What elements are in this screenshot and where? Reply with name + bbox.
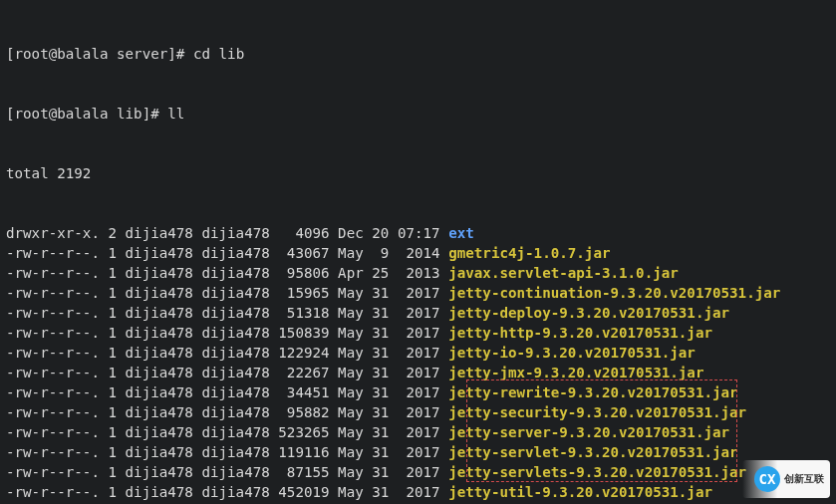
- file-row: -rw-r--r--. 1 dijia478 dijia478 43067 Ma…: [6, 243, 830, 263]
- file-row: drwxr-xr-x. 2 dijia478 dijia478 4096 Dec…: [6, 223, 830, 243]
- file-name: jetty-http-9.3.20.v20170531.jar: [448, 325, 712, 341]
- command-cd: cd lib: [193, 46, 244, 62]
- prompt: [root@balala server]#: [6, 46, 193, 62]
- file-name: javax.servlet-api-3.1.0.jar: [448, 265, 679, 281]
- logo-icon: CX: [754, 466, 780, 492]
- file-row: -rw-r--r--. 1 dijia478 dijia478 452019 M…: [6, 482, 830, 502]
- file-name: jetty-security-9.3.20.v20170531.jar: [448, 404, 746, 420]
- file-name: jetty-servlets-9.3.20.v20170531.jar: [448, 464, 746, 480]
- file-name: jetty-util-9.3.20.v20170531.jar: [448, 484, 712, 500]
- file-name: jetty-server-9.3.20.v20170531.jar: [448, 424, 729, 440]
- file-row: -rw-r--r--. 1 dijia478 dijia478 122924 M…: [6, 343, 830, 363]
- file-name: jetty-io-9.3.20.v20170531.jar: [448, 345, 696, 361]
- file-name: jetty-jmx-9.3.20.v20170531.jar: [448, 365, 703, 380]
- terminal[interactable]: [root@balala server]# cd lib [root@balal…: [0, 0, 836, 504]
- prompt-line: [root@balala server]# cd lib: [6, 44, 830, 64]
- file-row: -rw-r--r--. 1 dijia478 dijia478 22267 Ma…: [6, 363, 830, 382]
- prompt: [root@balala lib]#: [6, 106, 167, 122]
- file-name: gmetric4j-1.0.7.jar: [448, 245, 610, 261]
- file-row: -rw-r--r--. 1 dijia478 dijia478 523265 M…: [6, 422, 830, 442]
- file-name: jetty-rewrite-9.3.20.v20170531.jar: [448, 384, 737, 400]
- logo-text: 创新互联: [784, 473, 824, 485]
- file-meta: -rw-r--r--. 1 dijia478 dijia478 95882 Ma…: [6, 404, 448, 420]
- file-row: -rw-r--r--. 1 dijia478 dijia478 119116 M…: [6, 442, 830, 462]
- file-meta: -rw-r--r--. 1 dijia478 dijia478 95806 Ap…: [6, 265, 448, 281]
- file-row: -rw-r--r--. 1 dijia478 dijia478 15965 Ma…: [6, 283, 830, 303]
- file-meta: -rw-r--r--. 1 dijia478 dijia478 122924 M…: [6, 345, 448, 361]
- watermark-logo: CX 创新互联: [742, 460, 830, 498]
- file-meta: -rw-r--r--. 1 dijia478 dijia478 119116 M…: [6, 444, 448, 460]
- file-meta: -rw-r--r--. 1 dijia478 dijia478 51318 Ma…: [6, 305, 448, 321]
- file-name: jetty-deploy-9.3.20.v20170531.jar: [448, 305, 729, 321]
- file-meta: -rw-r--r--. 1 dijia478 dijia478 87155 Ma…: [6, 464, 448, 480]
- file-name: jetty-servlet-9.3.20.v20170531.jar: [448, 444, 737, 460]
- file-row: -rw-r--r--. 1 dijia478 dijia478 150839 M…: [6, 323, 830, 343]
- file-row: -rw-r--r--. 1 dijia478 dijia478 95882 Ma…: [6, 402, 830, 422]
- file-row: -rw-r--r--. 1 dijia478 dijia478 87155 Ma…: [6, 462, 830, 482]
- file-meta: -rw-r--r--. 1 dijia478 dijia478 150839 M…: [6, 325, 448, 341]
- file-meta: -rw-r--r--. 1 dijia478 dijia478 15965 Ma…: [6, 285, 448, 301]
- file-meta: -rw-r--r--. 1 dijia478 dijia478 34451 Ma…: [6, 384, 448, 400]
- command-ll: ll: [167, 106, 184, 122]
- file-listing: drwxr-xr-x. 2 dijia478 dijia478 4096 Dec…: [6, 223, 830, 504]
- prompt-line: [root@balala lib]# ll: [6, 104, 830, 124]
- file-name: ext: [448, 225, 474, 241]
- total-line: total 2192: [6, 163, 830, 183]
- file-meta: drwxr-xr-x. 2 dijia478 dijia478 4096 Dec…: [6, 225, 448, 241]
- file-name: jetty-continuation-9.3.20.v20170531.jar: [448, 285, 780, 301]
- file-row: -rw-r--r--. 1 dijia478 dijia478 51318 Ma…: [6, 303, 830, 323]
- file-meta: -rw-r--r--. 1 dijia478 dijia478 22267 Ma…: [6, 365, 448, 380]
- file-meta: -rw-r--r--. 1 dijia478 dijia478 452019 M…: [6, 484, 448, 500]
- file-row: -rw-r--r--. 1 dijia478 dijia478 95806 Ap…: [6, 263, 830, 283]
- file-row: -rw-r--r--. 1 dijia478 dijia478 34451 Ma…: [6, 382, 830, 402]
- file-meta: -rw-r--r--. 1 dijia478 dijia478 523265 M…: [6, 424, 448, 440]
- file-meta: -rw-r--r--. 1 dijia478 dijia478 43067 Ma…: [6, 245, 448, 261]
